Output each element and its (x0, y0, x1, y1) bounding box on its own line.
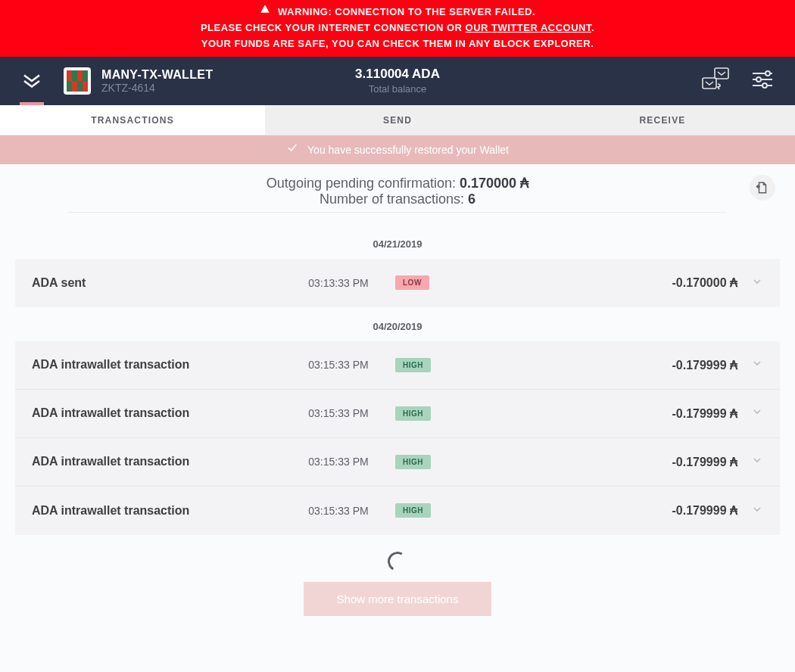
wallet-hash: ZKTZ-4614 (101, 82, 213, 94)
svg-rect-0 (715, 68, 728, 79)
tab-transactions[interactable]: TRANSACTIONS (0, 105, 265, 135)
warning-line-3: YOUR FUNDS ARE SAFE, YOU CAN CHECK THEM … (15, 36, 780, 52)
tab-receive[interactable]: RECEIVE (530, 105, 795, 135)
svg-point-7 (762, 83, 767, 88)
tx-time: 03:13:33 PM (282, 277, 395, 289)
tx-assurance-badge: HIGH (395, 406, 431, 421)
pending-label: Outgoing pending confirmation: (267, 176, 460, 191)
tx-group: ADA sent03:13:33 PMLOW-0.170000 ₳ (15, 259, 780, 307)
warning-icon (260, 4, 270, 20)
settings-icon[interactable] (751, 70, 774, 92)
chevron-down-icon (751, 357, 763, 372)
tx-count-value: 6 (468, 191, 475, 207)
wallet-identicon (64, 67, 91, 95)
tx-title: ADA intrawallet transaction (32, 406, 282, 420)
tx-title: ADA intrawallet transaction (32, 504, 282, 518)
logo-underline (20, 102, 44, 105)
tx-amount: -0.179999 ₳ (501, 455, 751, 469)
tx-time: 03:15:33 PM (282, 359, 395, 371)
warning-line-1: WARNING: CONNECTION TO THE SERVER FAILED… (278, 6, 535, 17)
tx-amount: -0.179999 ₳ (501, 503, 751, 518)
divider (68, 212, 727, 213)
chevron-down-icon (751, 454, 763, 469)
svg-point-3 (765, 71, 770, 76)
twitter-link[interactable]: OUR TWITTER ACCOUNT (466, 22, 591, 33)
tx-title: ADA intrawallet transaction (32, 455, 282, 468)
chevron-down-icon (751, 406, 763, 421)
tx-title: ADA intrawallet transaction (32, 358, 282, 372)
wallet-name: MANY-TX-WALLET (101, 68, 213, 82)
tx-assurance-badge: HIGH (395, 503, 431, 518)
check-icon (286, 135, 298, 164)
warning-line-2-suffix: . (591, 22, 594, 33)
notification-text: You have successfully restored your Wall… (307, 135, 509, 164)
warning-banner: WARNING: CONNECTION TO THE SERVER FAILED… (0, 0, 795, 57)
export-button[interactable] (750, 175, 775, 201)
tx-group: ADA intrawallet transaction03:15:33 PMHI… (15, 341, 780, 535)
transactions-area: 04/21/2019ADA sent03:13:33 PMLOW-0.17000… (0, 225, 795, 645)
svg-point-5 (756, 77, 761, 82)
chevron-down-icon (751, 275, 763, 291)
tx-time: 03:15:33 PM (282, 456, 395, 468)
transaction-row[interactable]: ADA intrawallet transaction03:15:33 PMHI… (15, 438, 780, 487)
transaction-row[interactable]: ADA intrawallet transaction03:15:33 PMHI… (15, 487, 780, 535)
tabs: TRANSACTIONS SEND RECEIVE (0, 105, 795, 135)
balance-label: Total balance (355, 83, 440, 95)
warning-line-2-prefix: PLEASE CHECK YOUR INTERNET CONNECTION OR (201, 22, 466, 33)
transaction-row[interactable]: ADA sent03:13:33 PMLOW-0.170000 ₳ (15, 259, 780, 307)
wallets-icon[interactable] (701, 67, 730, 95)
pending-currency: ₳ (520, 176, 528, 191)
restore-notification: You have successfully restored your Wall… (0, 135, 795, 164)
transaction-row[interactable]: ADA intrawallet transaction03:15:33 PMHI… (15, 341, 780, 390)
tx-assurance-badge: HIGH (395, 358, 431, 372)
tx-count-label: Number of transactions: (320, 191, 468, 207)
chevron-down-icon (751, 503, 763, 518)
svg-rect-1 (703, 78, 716, 89)
balance: 3.110004 ADA Total balance (355, 67, 440, 95)
tx-assurance-badge: HIGH (395, 455, 431, 469)
tx-amount: -0.170000 ₳ (501, 275, 751, 290)
tx-title: ADA sent (32, 276, 282, 290)
balance-amount: 3.110004 ADA (355, 67, 440, 82)
show-more-button[interactable]: Show more transactions (304, 582, 492, 616)
tx-time: 03:15:33 PM (282, 505, 395, 517)
tx-amount: -0.179999 ₳ (501, 358, 751, 372)
app-header: MANY-TX-WALLET ZKTZ-4614 3.110004 ADA To… (0, 57, 795, 105)
transaction-row[interactable]: ADA intrawallet transaction03:15:33 PMHI… (15, 390, 780, 438)
loading-spinner-icon (385, 549, 410, 574)
summary: Outgoing pending confirmation: 0.170000 … (0, 164, 795, 225)
date-header: 04/20/2019 (15, 307, 780, 341)
app-logo[interactable] (0, 57, 64, 105)
pending-value: 0.170000 (460, 176, 516, 191)
tx-assurance-badge: LOW (395, 275, 429, 290)
date-header: 04/21/2019 (15, 225, 780, 259)
tab-send[interactable]: SEND (265, 105, 530, 135)
tx-amount: -0.179999 ₳ (501, 406, 751, 421)
tx-time: 03:15:33 PM (282, 407, 395, 419)
wallet-identity[interactable]: MANY-TX-WALLET ZKTZ-4614 (64, 67, 213, 95)
